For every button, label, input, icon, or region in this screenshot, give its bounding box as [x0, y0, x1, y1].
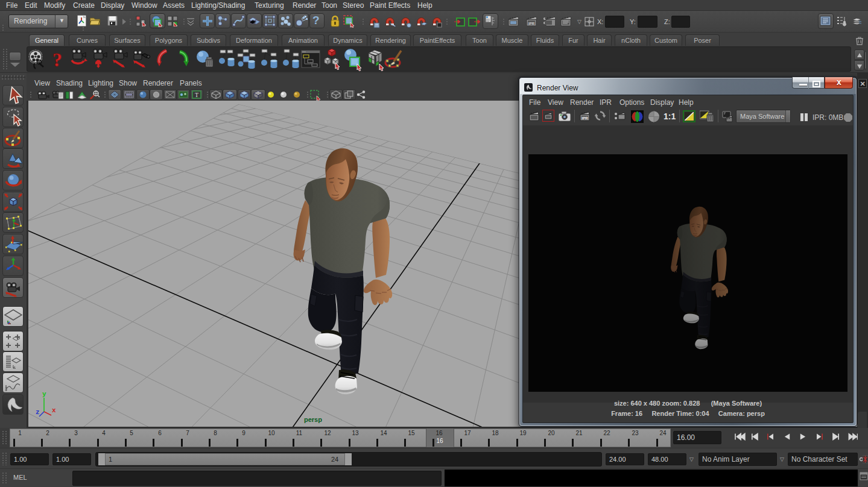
- svg-text:?: ?: [52, 49, 62, 71]
- svg-text:persp: persp: [304, 416, 322, 423]
- svg-text:T: T: [195, 92, 198, 98]
- svg-text:IPR: IPR: [581, 116, 588, 120]
- svg-text:y: y: [42, 391, 46, 398]
- svg-text:z: z: [36, 409, 40, 416]
- svg-text:x: x: [52, 407, 56, 414]
- svg-text:IPR: IPR: [528, 22, 535, 25]
